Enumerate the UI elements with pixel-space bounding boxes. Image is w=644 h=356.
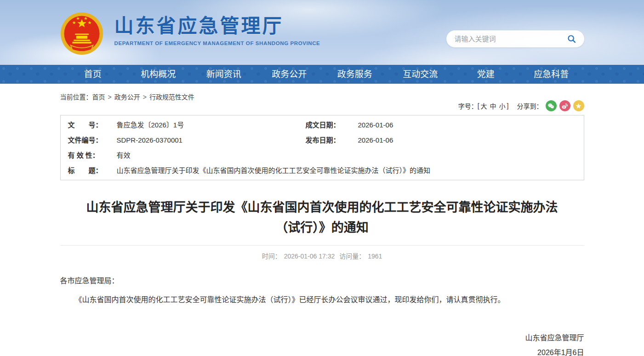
article-toolbar: 字号： [ 大 中 小 ] 分享到： bbox=[458, 84, 584, 114]
search-button[interactable] bbox=[566, 33, 578, 45]
table-row: 标 题： 山东省应急管理厅关于印发《山东省国内首次使用的化工工艺安全可靠性论证实… bbox=[61, 163, 584, 178]
font-size-large-button[interactable]: 大 bbox=[481, 101, 487, 110]
table-row: 文 号： 鲁应急发〔2026〕1号 成文日期： 2026-01-06 bbox=[61, 117, 584, 132]
breadcrumb: 当前位置：首页>政务公开>行政规范性文件 bbox=[60, 84, 194, 114]
search-icon bbox=[567, 34, 577, 44]
doc-title-value: 山东省应急管理厅关于印发《山东省国内首次使用的化工工艺安全可靠性论证实施办法（试… bbox=[110, 163, 576, 178]
nav-item-interaction[interactable]: 互动交流 bbox=[388, 65, 453, 84]
font-size-medium-button[interactable]: 中 bbox=[490, 101, 496, 110]
site-title: 山东省应急管理厅 bbox=[114, 16, 320, 37]
font-size-label: 字号： bbox=[458, 101, 478, 110]
page: 山东省应急管理厅 DEPARTMENT OF EMERGENCY MANAGEM… bbox=[0, 0, 644, 356]
nav-item-organization[interactable]: 机构概况 bbox=[125, 65, 191, 84]
breadcrumb-separator: > bbox=[143, 93, 147, 101]
star-icon bbox=[575, 102, 582, 110]
share-wechat-button[interactable] bbox=[546, 100, 557, 111]
doc-number-value: 鲁应急发〔2026〕1号 bbox=[110, 117, 306, 132]
visits-value: 1961 bbox=[368, 253, 382, 260]
written-date-label: 成文日期： bbox=[306, 117, 352, 132]
breadcrumb-item-home[interactable]: 首页 bbox=[92, 93, 105, 101]
nav-item-home[interactable]: 首页 bbox=[60, 65, 126, 84]
font-size-bracket-close: ] bbox=[507, 102, 509, 109]
time-value: 2026-01-06 17:32 bbox=[284, 253, 335, 260]
wechat-icon bbox=[547, 102, 555, 110]
validity-value: 有效 bbox=[110, 148, 306, 163]
nav-item-gov-disclosure[interactable]: 政务公开 bbox=[256, 65, 322, 84]
font-size-small-button[interactable]: 小 bbox=[499, 101, 506, 110]
document-info-table: 文 号： 鲁应急发〔2026〕1号 成文日期： 2026-01-06 文件编号：… bbox=[60, 115, 584, 180]
weibo-icon bbox=[561, 102, 569, 110]
share-weibo-button[interactable] bbox=[559, 100, 570, 111]
sign-date: 2026年1月6日 bbox=[60, 345, 584, 356]
breadcrumb-separator: > bbox=[108, 93, 112, 101]
salutation: 各市应急管理局： bbox=[60, 274, 584, 288]
publish-date-label: 发布日期： bbox=[306, 132, 352, 148]
doc-number-label: 文 号： bbox=[68, 117, 110, 132]
site-brand: 山东省应急管理厅 DEPARTMENT OF EMERGENCY MANAGEM… bbox=[60, 0, 320, 65]
visits-label: 访问量： bbox=[339, 253, 365, 260]
publish-date-value: 2026-01-06 bbox=[352, 132, 576, 148]
file-code-value: SDPR-2026-0370001 bbox=[110, 132, 306, 148]
time-label: 时间： bbox=[262, 253, 281, 260]
signer-name: 山东省应急管理厅 bbox=[60, 331, 584, 345]
signature-block: 山东省应急管理厅 2026年1月6日 bbox=[60, 331, 584, 356]
article-body: 各市应急管理局： 《山东省国内首次使用的化工工艺安全可靠性论证实施办法（试行）》… bbox=[60, 274, 584, 356]
written-date-value: 2026-01-06 bbox=[352, 117, 576, 132]
site-header: 山东省应急管理厅 DEPARTMENT OF EMERGENCY MANAGEM… bbox=[0, 0, 644, 65]
main-nav: 首页 机构概况 新闻资讯 政务公开 政务服务 互动交流 党建 应急科普 bbox=[0, 65, 644, 84]
search-box bbox=[446, 30, 584, 47]
table-row: 文件编号： SDPR-2026-0370001 发布日期： 2026-01-06 bbox=[61, 132, 584, 148]
table-row: 有 效 性： 有效 bbox=[61, 148, 584, 163]
breadcrumb-label: 当前位置： bbox=[60, 93, 92, 101]
nav-item-news[interactable]: 新闻资讯 bbox=[191, 65, 257, 84]
file-code-label: 文件编号： bbox=[68, 132, 110, 148]
font-size-bracket-open: [ bbox=[478, 102, 479, 109]
article-meta: 时间：2026-01-06 17:32 访问量：1961 bbox=[60, 245, 584, 260]
site-subtitle: DEPARTMENT OF EMERGENCY MANAGEMENT OF SH… bbox=[114, 40, 320, 46]
validity-label: 有 效 性： bbox=[68, 148, 110, 163]
page-title: 山东省应急管理厅关于印发《山东省国内首次使用的化工工艺安全可靠性论证实施办法（试… bbox=[83, 198, 561, 238]
breadcrumb-item-gov-disclosure[interactable]: 政务公开 bbox=[114, 93, 140, 101]
nav-item-emergency-science[interactable]: 应急科普 bbox=[519, 65, 584, 84]
doc-title-label: 标 题： bbox=[68, 163, 110, 178]
national-emblem-logo bbox=[60, 12, 103, 55]
body-paragraph: 《山东省国内首次使用的化工工艺安全可靠性论证实施办法（试行）》已经厅长办公会议审… bbox=[60, 293, 584, 307]
share-label: 分享到： bbox=[517, 101, 543, 110]
share-qzone-button[interactable] bbox=[573, 100, 584, 111]
nav-item-party-building[interactable]: 党建 bbox=[453, 65, 519, 84]
breadcrumb-item-regulatory-docs[interactable]: 行政规范性文件 bbox=[149, 93, 194, 101]
search-input[interactable] bbox=[455, 35, 566, 43]
nav-item-gov-services[interactable]: 政务服务 bbox=[322, 65, 388, 84]
